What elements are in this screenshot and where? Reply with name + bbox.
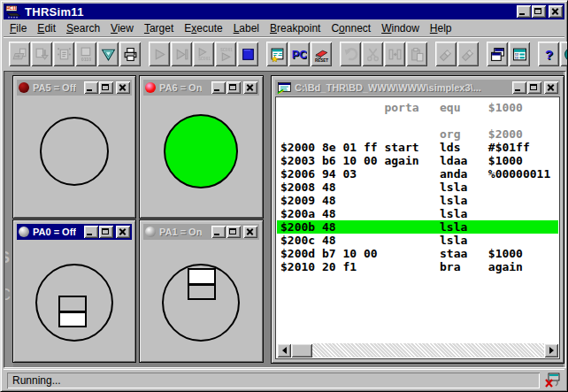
- menu-item-view[interactable]: View: [105, 20, 139, 36]
- code-line[interactable]: $2003 b6 10 00 again ldaa $1000: [277, 154, 558, 167]
- panel-pa1-titlebar[interactable]: PA1 = On: [143, 224, 259, 240]
- undo-button[interactable]: [340, 42, 361, 66]
- svg-text:PC: PC: [292, 48, 307, 61]
- maximize-button[interactable]: [99, 81, 113, 94]
- menu-item-help[interactable]: Help: [425, 20, 457, 36]
- close-button[interactable]: [549, 5, 563, 18]
- target-disconnected-icon: [543, 373, 561, 388]
- panel-title: PA1 = On: [159, 227, 202, 237]
- scroll-thumb[interactable]: [291, 343, 312, 357]
- panel-pa6-titlebar[interactable]: PA6 = On: [143, 80, 259, 96]
- close-button[interactable]: [243, 81, 257, 94]
- step-over-address-button[interactable]: $C001: [215, 42, 236, 66]
- code-line[interactable]: $2009 48 lsla: [277, 194, 558, 207]
- scroll-right-button[interactable]: [544, 343, 558, 357]
- window-list-button[interactable]: [509, 42, 530, 66]
- cascade-windows-button[interactable]: [487, 42, 508, 66]
- horizontal-scrollbar[interactable]: [277, 343, 558, 357]
- paste-button[interactable]: [406, 42, 427, 66]
- menu-item-breakpoint[interactable]: Breakpoint: [265, 20, 326, 36]
- switch-pa0[interactable]: [58, 296, 87, 327]
- code-line[interactable]: $200c 48 lsla: [277, 234, 558, 247]
- code-line[interactable]: org $2000: [277, 127, 558, 141]
- listing-icon: [277, 82, 291, 94]
- close-button[interactable]: [243, 226, 257, 238]
- minimize-button[interactable]: [512, 81, 526, 94]
- scroll-left-button[interactable]: [277, 343, 291, 357]
- code-line[interactable]: [277, 114, 558, 127]
- step-button[interactable]: [171, 42, 192, 66]
- maximize-button[interactable]: [532, 5, 546, 18]
- code-line[interactable]: $2010 20 f1 bra again: [277, 260, 558, 273]
- run-to-address-button[interactable]: $C001: [193, 42, 214, 66]
- code-listing[interactable]: porta equ $1000 org $2000$2000 8e 01 ff …: [275, 96, 560, 359]
- save-file-button[interactable]: [31, 42, 52, 66]
- led-pa6: [164, 114, 238, 188]
- svg-text:$C001: $C001: [220, 48, 233, 52]
- registers-window-button[interactable]: [266, 42, 288, 66]
- thrsim11-window: HC11 THRSim11 FileEditSearchViewTargetEx…: [0, 0, 568, 392]
- menu-item-connect[interactable]: Connect: [326, 20, 376, 36]
- cut-button[interactable]: [362, 42, 383, 66]
- menu-item-search[interactable]: Search: [61, 20, 105, 36]
- status-bar: Running...: [4, 369, 564, 390]
- fill-memory-button[interactable]: [97, 42, 119, 66]
- minimize-button[interactable]: [211, 81, 226, 94]
- main-titlebar[interactable]: HC11 THRSim11: [4, 4, 564, 19]
- code-line[interactable]: $200a 48 lsla: [277, 207, 558, 220]
- svg-text:HC11: HC11: [6, 6, 17, 11]
- code-line[interactable]: porta equ $1000: [277, 101, 558, 114]
- load-binary-button[interactable]: 0110: [75, 42, 96, 66]
- copy-insert-button[interactable]: [384, 42, 405, 66]
- panel-pa5-titlebar[interactable]: PA5 = Off: [17, 80, 132, 96]
- listing-titlebar[interactable]: C:\Bd_THR\BD_WWW\WWW\simplex3\...: [275, 80, 560, 96]
- minimize-button[interactable]: [517, 5, 531, 18]
- find-button[interactable]: [435, 42, 457, 66]
- reset-button[interactable]: RESET: [311, 42, 332, 66]
- maximize-button[interactable]: [99, 226, 113, 238]
- open-file-button[interactable]: [9, 42, 30, 66]
- menu-item-file[interactable]: File: [4, 20, 32, 36]
- led-pa5: [40, 117, 109, 186]
- code-line[interactable]: $2000 8e 01 ff start lds #$01ff: [277, 141, 558, 154]
- menu-item-target[interactable]: Target: [139, 20, 179, 36]
- sphere-icon: [145, 227, 156, 237]
- pc-window-button[interactable]: PCPC: [288, 42, 310, 66]
- maximize-button[interactable]: [527, 81, 541, 94]
- menu-item-window[interactable]: Window: [376, 20, 425, 36]
- menu-item-execute[interactable]: Execute: [179, 20, 227, 36]
- switch-pa1[interactable]: [188, 268, 216, 300]
- status-text: Running...: [12, 374, 61, 387]
- sphere-icon: [19, 227, 29, 237]
- minimize-button[interactable]: [84, 81, 98, 94]
- code-line[interactable]: $2006 94 03 anda %00000011: [277, 167, 558, 181]
- minimize-button[interactable]: [211, 226, 226, 238]
- code-line-current[interactable]: $200b 48 lsla: [277, 220, 558, 234]
- svg-text:0110: 0110: [81, 56, 91, 61]
- minimize-button[interactable]: [84, 226, 98, 238]
- window-title: THRSim11: [25, 5, 84, 19]
- maximize-button[interactable]: [226, 226, 241, 238]
- panel-title: PA6 = On: [159, 82, 202, 93]
- find-next-button[interactable]: [457, 42, 479, 66]
- maximize-button[interactable]: [226, 81, 241, 94]
- code-line[interactable]: $2008 48 lsla: [277, 181, 558, 194]
- menu-item-edit[interactable]: Edit: [32, 20, 61, 36]
- listing-window: C:\Bd_THR\BD_WWW\WWW\simplex3\... porta …: [271, 75, 564, 364]
- about-button[interactable]: i: [560, 42, 568, 66]
- toolbar: 0110 $C001 $C001 PCPC RE: [4, 36, 564, 71]
- stop-button[interactable]: [237, 42, 258, 66]
- close-button[interactable]: [116, 226, 130, 238]
- menu-bar: FileEditSearchViewTargetExecuteLabelBrea…: [4, 19, 564, 36]
- run-button[interactable]: [149, 42, 170, 66]
- print-button[interactable]: [119, 42, 141, 66]
- close-button[interactable]: [544, 81, 558, 94]
- help-button[interactable]: ??: [538, 42, 559, 66]
- close-button[interactable]: [116, 81, 130, 94]
- panel-pa0-titlebar[interactable]: PA0 = Off: [17, 224, 132, 240]
- edit-source-button[interactable]: [53, 42, 74, 66]
- code-line[interactable]: $200d b7 10 00 staa $1000: [277, 247, 558, 260]
- listing-title: C:\Bd_THR\BD_WWW\WWW\simplex3\...: [295, 82, 481, 93]
- menu-item-label[interactable]: Label: [228, 20, 265, 36]
- svg-text:?: ?: [544, 47, 552, 61]
